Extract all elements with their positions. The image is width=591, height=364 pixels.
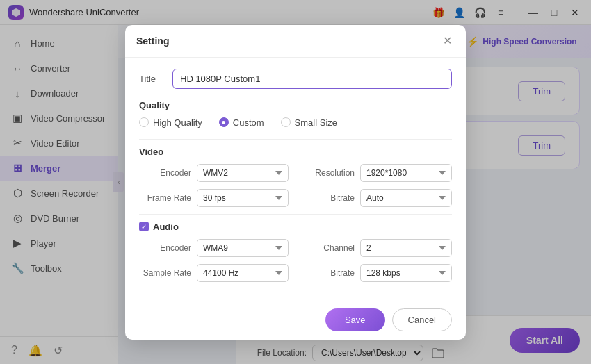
title-field-row: Title: [139, 69, 452, 89]
modal-title: Setting: [136, 35, 169, 47]
audio-channel-select[interactable]: 2 1: [360, 239, 452, 257]
modal-header: Setting ✕: [125, 25, 466, 58]
audio-channel-label: Channel: [302, 243, 355, 253]
quality-custom-option[interactable]: Custom: [219, 117, 264, 128]
modal-footer: Save Cancel: [125, 300, 466, 340]
video-resolution-field: Resolution 1920*1080 1280*720: [302, 164, 452, 182]
video-framerate-label: Frame Rate: [139, 193, 191, 203]
modal-body: Title Quality High Quality Custom Small …: [125, 58, 466, 300]
video-fields-grid: Encoder WMV2 WMV1 H.264 Resolution 1920*…: [139, 164, 452, 207]
audio-checkbox-row: ✓ Audio: [139, 222, 452, 232]
video-bitrate-label: Bitrate: [302, 193, 355, 203]
quality-high-option[interactable]: High Quality: [139, 117, 202, 128]
quality-small-radio[interactable]: [281, 117, 291, 127]
audio-samplerate-label: Sample Rate: [139, 268, 191, 278]
audio-section-header: Audio: [153, 222, 179, 232]
audio-encoder-select[interactable]: WMA9 WMA AAC: [197, 239, 289, 257]
video-encoder-select[interactable]: WMV2 WMV1 H.264: [197, 164, 289, 182]
quality-small-option[interactable]: Small Size: [281, 117, 337, 128]
divider-2: [139, 214, 452, 215]
setting-modal: Setting ✕ Title Quality High Quality Cus…: [125, 25, 466, 340]
audio-checkbox[interactable]: ✓: [139, 222, 149, 231]
quality-small-label: Small Size: [295, 117, 337, 128]
video-framerate-select[interactable]: 30 fps 25 fps: [197, 189, 289, 207]
quality-custom-label: Custom: [233, 117, 264, 128]
video-resolution-select[interactable]: 1920*1080 1280*720: [360, 164, 452, 182]
quality-radio-group: High Quality Custom Small Size: [139, 117, 452, 128]
title-field-label: Title: [139, 74, 164, 84]
audio-bitrate-label: Bitrate: [302, 268, 355, 278]
cancel-button[interactable]: Cancel: [392, 308, 452, 331]
quality-section-header: Quality: [139, 100, 452, 110]
audio-bitrate-field: Bitrate 128 kbps 192 kbps 256 kbps: [302, 264, 452, 282]
video-framerate-field: Frame Rate 30 fps 25 fps: [139, 189, 289, 207]
audio-bitrate-select[interactable]: 128 kbps 192 kbps 256 kbps: [360, 264, 452, 282]
video-section-header: Video: [139, 147, 452, 157]
save-button[interactable]: Save: [325, 308, 385, 331]
audio-fields-grid: Encoder WMA9 WMA AAC Channel 2 1 Sample: [139, 239, 452, 282]
modal-overlay: Setting ✕ Title Quality High Quality Cus…: [0, 0, 591, 364]
audio-channel-field: Channel 2 1: [302, 239, 452, 257]
quality-custom-radio[interactable]: [219, 117, 229, 127]
audio-samplerate-field: Sample Rate 44100 Hz 22050 Hz: [139, 264, 289, 282]
video-resolution-label: Resolution: [302, 168, 355, 178]
quality-high-label: High Quality: [153, 117, 202, 128]
video-encoder-field: Encoder WMV2 WMV1 H.264: [139, 164, 289, 182]
video-encoder-label: Encoder: [139, 168, 191, 178]
divider-1: [139, 139, 452, 140]
audio-samplerate-select[interactable]: 44100 Hz 22050 Hz: [197, 264, 289, 282]
quality-high-radio[interactable]: [139, 117, 149, 127]
video-bitrate-select[interactable]: Auto 1000k: [360, 189, 452, 207]
modal-close-button[interactable]: ✕: [439, 33, 455, 49]
audio-encoder-field: Encoder WMA9 WMA AAC: [139, 239, 289, 257]
video-bitrate-field: Bitrate Auto 1000k: [302, 189, 452, 207]
audio-encoder-label: Encoder: [139, 243, 191, 253]
title-input[interactable]: [172, 69, 452, 89]
